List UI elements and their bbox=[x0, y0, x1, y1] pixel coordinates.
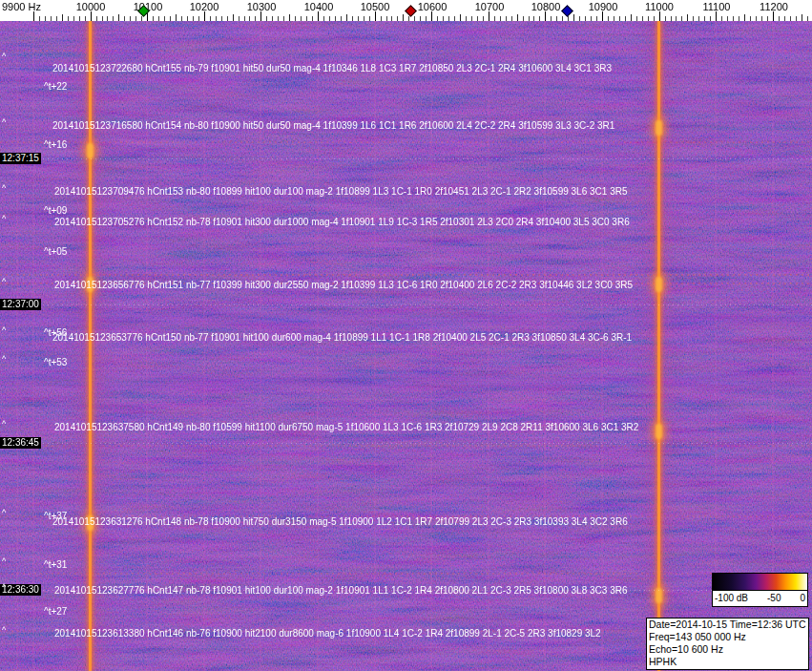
color-gradient-bar bbox=[712, 573, 808, 591]
detection-record: 20141015123627776 hCnt147 nb-78 f10901 h… bbox=[54, 585, 627, 597]
interference-row bbox=[0, 573, 812, 575]
time-gridline bbox=[0, 304, 812, 305]
status-info-box: Date=2014-10-15 Time=12:36 UTC Freq=143 … bbox=[646, 618, 809, 670]
time-gridline bbox=[0, 158, 812, 159]
detection-time-tag: ^t+31 bbox=[44, 559, 67, 571]
spectrogram-waterfall[interactable]: 12:37:15 12:37:00 12:36:45 12:36:30 ^ ^ … bbox=[0, 21, 812, 671]
detection-record: 20141015123705276 hCnt152 nb-78 f10901 h… bbox=[54, 217, 630, 228]
edge-event-tick: ^ bbox=[2, 583, 6, 592]
edge-event-tick: ^ bbox=[2, 215, 6, 223]
detection-record: 20141015123653776 hCnt150 nb-77 f10901 h… bbox=[52, 332, 632, 344]
db-scale-max-label: 0 bbox=[800, 591, 805, 606]
time-label: 12:37:15 bbox=[0, 153, 41, 164]
edge-event-tick: ^ bbox=[2, 278, 6, 286]
interference-glow-band bbox=[0, 313, 812, 326]
db-scale-mid-label: -50 bbox=[767, 591, 781, 606]
frequency-ruler: 9900 Hz 10000 10100 10200 10300 10400 10… bbox=[0, 0, 812, 21]
detection-time-tag: ^t+53 bbox=[44, 357, 67, 368]
edge-event-tick: ^ bbox=[2, 420, 6, 429]
info-date-time: Date=2014-10-15 Time=12:36 UTC bbox=[649, 619, 806, 631]
db-scale-labels: -100 dB -50 0 bbox=[712, 591, 808, 607]
db-color-scale: -100 dB -50 0 bbox=[712, 573, 808, 607]
detection-record: 20141015123709476 hCnt153 nb-80 f10899 h… bbox=[54, 186, 627, 198]
detection-record: 20141015123637580 hCnt149 nb-80 f10599 h… bbox=[54, 422, 638, 433]
detection-record: 20141015123716580 hCnt154 nb-80 f10900 h… bbox=[52, 120, 614, 132]
carrier-line-11000hz bbox=[657, 21, 660, 671]
echo-hotspot bbox=[656, 277, 662, 292]
detection-record: 20141015123656776 hCnt151 nb-77 f10399 h… bbox=[54, 280, 633, 291]
edge-event-tick: ^ bbox=[2, 118, 6, 127]
edge-event-tick: ^ bbox=[2, 184, 6, 193]
info-station-id: HPHK bbox=[649, 656, 806, 668]
time-label: 12:36:30 bbox=[0, 584, 41, 596]
detection-time-tag: ^t+05 bbox=[44, 246, 67, 258]
interference-row bbox=[0, 141, 812, 143]
interference-glow-band bbox=[0, 375, 812, 388]
interference-row bbox=[0, 274, 812, 276]
detection-record: 20141015123722680 hCnt155 nb-79 f10901 h… bbox=[52, 63, 612, 74]
carrier-line-10000hz bbox=[89, 21, 92, 671]
edge-event-tick: ^ bbox=[2, 626, 6, 635]
detection-record: 20141015123613380 hCnt146 nb-76 f10900 h… bbox=[54, 628, 601, 640]
detection-time-tag: ^t+22 bbox=[44, 81, 67, 93]
detection-time-tag: ^t+16 bbox=[44, 139, 67, 151]
detection-record: 20141015123631276 hCnt148 nb-78 f10900 h… bbox=[52, 516, 628, 528]
interference-row bbox=[0, 445, 812, 447]
db-scale-min-label: -100 dB bbox=[715, 591, 748, 606]
info-echo: Echo=10 600 Hz bbox=[649, 643, 806, 656]
detection-time-tag: ^t+09 bbox=[44, 205, 67, 217]
edge-event-tick: ^ bbox=[2, 355, 6, 364]
echo-hotspot bbox=[656, 424, 662, 439]
time-label: 12:36:45 bbox=[0, 437, 41, 449]
edge-event-tick: ^ bbox=[2, 509, 6, 517]
interference-row bbox=[0, 31, 812, 33]
echo-hotspot bbox=[87, 143, 94, 158]
edge-event-tick: ^ bbox=[2, 326, 6, 335]
detection-time-tag: ^t+27 bbox=[44, 606, 67, 618]
edge-event-tick: ^ bbox=[2, 557, 6, 566]
ruler-major-ticks bbox=[33, 11, 812, 21]
info-frequency: Freq=143 050 000 Hz bbox=[649, 631, 806, 643]
echo-hotspot bbox=[656, 120, 662, 136]
edge-event-tick: ^ bbox=[2, 52, 6, 61]
time-label: 12:37:00 bbox=[0, 299, 41, 310]
time-gridline bbox=[0, 443, 812, 444]
interference-row bbox=[0, 50, 812, 52]
